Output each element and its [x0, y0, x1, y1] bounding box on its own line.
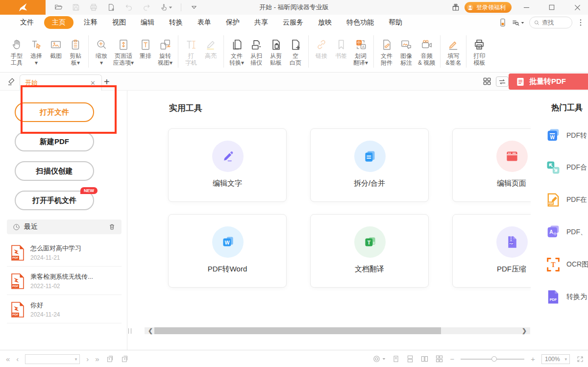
card-edit-text[interactable]: 编辑文字: [168, 128, 287, 202]
app-logo[interactable]: [0, 0, 46, 15]
save-icon[interactable]: [71, 2, 81, 12]
ribbon-fill-sign-button[interactable]: 填写 &签名: [443, 36, 463, 67]
tab-start[interactable]: 开始 ✕: [20, 74, 102, 91]
ribbon-translate-button[interactable]: 中 A 划词 翻译▾: [351, 36, 370, 67]
gift-icon[interactable]: [451, 2, 461, 12]
scrollbar-thumb[interactable]: [154, 327, 441, 334]
combobox-caret-icon[interactable]: ▾: [73, 357, 80, 362]
horizontal-scrollbar[interactable]: ❮ ❯: [145, 327, 530, 334]
undo-icon[interactable]: [124, 2, 134, 12]
ribbon-link-button[interactable]: 链接: [312, 36, 331, 60]
redo-icon[interactable]: [142, 2, 151, 12]
print-icon[interactable]: [89, 2, 98, 12]
card-split-merge[interactable]: 拆分/合并: [310, 128, 429, 202]
sidebar-resize-grip[interactable]: [128, 328, 131, 334]
ribbon-reflow-button[interactable]: 重排: [136, 36, 155, 60]
card-edit-page[interactable]: 编辑页面: [452, 128, 531, 202]
search-box[interactable]: [529, 17, 572, 28]
last-page-icon[interactable]: »: [95, 355, 99, 363]
open-file-icon[interactable]: [53, 2, 63, 12]
previous-view-icon[interactable]: [106, 355, 114, 363]
more-options-kebab-icon[interactable]: [577, 19, 584, 26]
hot-tool-pdf-to-word[interactable]: W PDF转: [545, 127, 587, 144]
minimize-button[interactable]: [515, 0, 537, 15]
hot-tool-convert-to-pdf[interactable]: PDF 转换为: [545, 289, 587, 305]
zoom-slider[interactable]: [461, 359, 524, 360]
login-button[interactable]: 登录领福利: [465, 2, 512, 13]
menu-convert[interactable]: 转换: [162, 16, 190, 29]
hot-tool-pdf-online-edit[interactable]: PDF PDF在: [545, 192, 587, 208]
view-rotate-icon[interactable]: [372, 355, 386, 363]
ribbon-highlight-button[interactable]: 高亮: [201, 36, 220, 60]
recent-file-item[interactable]: PDF 乘客检测系统无线传... 2022-11-02: [7, 268, 122, 295]
ribbon-file-convert-button[interactable]: 文件 转换▾: [227, 36, 246, 67]
new-tab-button[interactable]: +: [104, 74, 110, 89]
continuous-view-icon[interactable]: [406, 355, 414, 363]
close-button[interactable]: [566, 0, 588, 15]
menu-help[interactable]: 帮助: [381, 16, 410, 29]
ribbon-rotate-view-button[interactable]: 旋转 视图▾: [155, 36, 175, 67]
ribbon-from-clipboard-button[interactable]: 从剪 贴板: [266, 36, 286, 67]
maximize-button[interactable]: [541, 0, 563, 15]
menu-features[interactable]: 特色功能: [339, 16, 381, 29]
zoom-in-icon[interactable]: +: [531, 355, 535, 363]
menu-home[interactable]: 主页: [44, 16, 74, 29]
single-page-view-icon[interactable]: [392, 355, 400, 363]
previous-page-icon[interactable]: ‹: [16, 355, 19, 363]
search-list-icon[interactable]: [512, 19, 524, 27]
next-view-icon[interactable]: [121, 355, 129, 363]
menu-file[interactable]: 文件: [13, 16, 41, 29]
zoom-level-combobox[interactable]: 100% ▾: [541, 354, 570, 364]
card-pdf-to-word[interactable]: W PDF转Word: [168, 214, 287, 288]
recent-file-item[interactable]: PDF 怎么面对高中学习 2024-11-21: [7, 239, 122, 267]
next-page-icon[interactable]: ›: [86, 355, 89, 363]
ribbon-select-button[interactable]: 选择 ▾: [26, 36, 46, 67]
menu-edit[interactable]: 编辑: [133, 16, 162, 29]
page-number-combobox[interactable]: ▾: [25, 354, 80, 364]
facing-view-icon[interactable]: [420, 355, 429, 363]
touch-mode-icon[interactable]: [159, 2, 173, 12]
card-doc-translate[interactable]: T 文档翻译: [310, 214, 429, 288]
ribbon-image-annotation-button[interactable]: 图像 标注: [396, 36, 416, 67]
ribbon-fit-page-button[interactable]: 页面适 应选项▾: [111, 36, 136, 67]
hot-tool-pdf-translate[interactable]: A 中 PDF、: [545, 224, 587, 241]
menu-share[interactable]: 共享: [247, 16, 275, 29]
new-pdf-button[interactable]: 新建PDF: [15, 132, 94, 151]
zoom-slider-knob[interactable]: [491, 356, 497, 362]
ribbon-typewriter-button[interactable]: 打 字机: [181, 36, 201, 67]
open-file-button[interactable]: 打开文件: [15, 102, 94, 122]
ribbon-from-scanner-button[interactable]: 从扫 描仪: [246, 36, 266, 67]
switch-tabs-icon[interactable]: [496, 76, 509, 87]
ribbon-blank-page-button[interactable]: 空 白页: [286, 36, 305, 67]
hot-tool-ocr[interactable]: T OCR图: [545, 256, 588, 273]
facing-continuous-view-icon[interactable]: [435, 355, 443, 363]
batch-convert-pdf-button[interactable]: 批量转PDF: [509, 73, 588, 90]
recent-file-item[interactable]: PDF 你好 2024-11-24: [7, 296, 122, 323]
hot-tool-pdf-merge[interactable]: PDF合: [545, 159, 587, 176]
ribbon-file-attachment-button[interactable]: 文件 附件: [377, 36, 396, 67]
ribbon-audio-video-button[interactable]: 音频 & 视频: [416, 36, 437, 67]
ribbon-hand-tool-button[interactable]: 手型 工具: [7, 36, 26, 67]
ribbon-clipboard-button[interactable]: 剪贴 板▾: [66, 36, 85, 67]
whiteboard-pen-icon[interactable]: [7, 76, 17, 86]
ribbon-bookmark-button[interactable]: 书签: [331, 36, 351, 60]
menu-cloud[interactable]: 云服务: [275, 16, 311, 29]
search-input[interactable]: [542, 19, 567, 26]
menu-view[interactable]: 视图: [105, 16, 133, 29]
scroll-right-icon[interactable]: ❯: [519, 327, 529, 334]
mobile-phone-icon[interactable]: [499, 18, 507, 27]
fullscreen-icon[interactable]: [576, 355, 584, 363]
page-number-input[interactable]: [25, 356, 72, 363]
menu-comment[interactable]: 注释: [76, 16, 105, 29]
zoom-out-icon[interactable]: −: [450, 355, 454, 363]
menu-slideshow[interactable]: 放映: [311, 16, 339, 29]
trash-icon[interactable]: [108, 223, 116, 231]
scroll-left-icon[interactable]: ❮: [146, 327, 155, 334]
new-document-icon[interactable]: [106, 2, 116, 12]
ribbon-snapshot-button[interactable]: 截图: [46, 36, 66, 60]
menu-form[interactable]: 表单: [190, 16, 219, 29]
tab-close-icon[interactable]: ✕: [89, 79, 97, 87]
menu-protect[interactable]: 保护: [219, 16, 247, 29]
grid-view-icon[interactable]: [482, 76, 492, 86]
ribbon-print-template-button[interactable]: 打印 模板: [469, 36, 489, 67]
